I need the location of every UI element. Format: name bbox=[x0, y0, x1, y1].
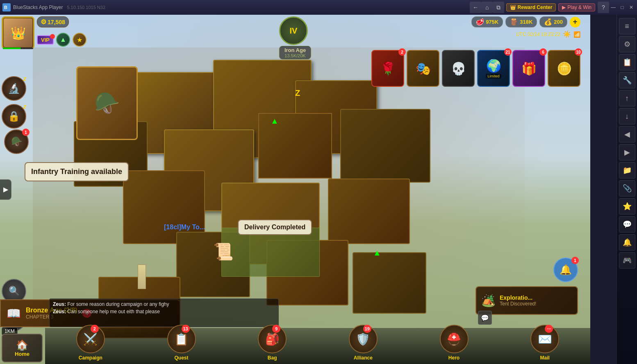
add-resource-button[interactable]: + bbox=[570, 17, 580, 27]
nav-alliance[interactable]: 🛡️ Alliance 19 bbox=[318, 325, 409, 362]
minimize-button[interactable]: — bbox=[609, 3, 617, 11]
town-name-label[interactable]: [18cl]My To... bbox=[164, 224, 205, 231]
utc-time-text: UTC 02/14 18:23:22 bbox=[516, 32, 560, 37]
level-bar bbox=[3, 47, 33, 49]
collectible-gift[interactable]: 🎁 6 bbox=[512, 50, 545, 87]
home-button[interactable]: 🏠 Home bbox=[2, 334, 43, 362]
age-emblem[interactable]: IV bbox=[279, 16, 308, 45]
collectible-coins[interactable]: 🪙 10 bbox=[548, 50, 580, 87]
app-title: BlueStacks App Player 5.10.150.1015 N32 bbox=[13, 5, 470, 10]
rp-button-6[interactable]: ↓ bbox=[619, 108, 635, 124]
scroll-message-icon[interactable]: 📜 bbox=[213, 242, 234, 261]
player-avatar[interactable]: 👑 bbox=[2, 16, 34, 49]
expand-sidebar-button[interactable]: ▶ bbox=[0, 179, 11, 200]
alliance-badge: 19 bbox=[363, 325, 371, 333]
resource-value: 17,508 bbox=[48, 19, 65, 25]
gold-resource[interactable]: 💰 200 bbox=[539, 16, 567, 27]
lock-button[interactable]: 🔒 z bbox=[2, 104, 26, 129]
nav-hero[interactable]: ⛑️ Hero bbox=[409, 325, 500, 362]
rp-button-11[interactable]: ⭐ bbox=[619, 198, 635, 215]
play-win-button[interactable]: ▶ Play & Win bbox=[558, 3, 595, 11]
window-controls: — □ ✕ bbox=[609, 3, 635, 11]
building-13[interactable] bbox=[353, 252, 426, 314]
vip-badge[interactable]: VIP bbox=[37, 35, 54, 45]
research-button[interactable]: 🔬 z bbox=[2, 76, 26, 101]
quest-label: Quest bbox=[175, 355, 189, 361]
sun-icon: ☀️ bbox=[563, 30, 571, 38]
collectible-mask[interactable]: 🎭 bbox=[407, 50, 439, 87]
boost-up-button[interactable]: ▲ bbox=[56, 33, 70, 47]
back-button[interactable]: ← bbox=[470, 2, 481, 13]
exploration-text: Exploratio... Tent Discovered! bbox=[500, 294, 536, 307]
rp-button-3[interactable]: 📋 bbox=[619, 54, 635, 70]
app-icon: B bbox=[2, 3, 11, 11]
collectible-globe[interactable]: 🌍 21 Limited bbox=[477, 50, 510, 87]
farm-area[interactable] bbox=[221, 228, 320, 277]
wood-icon: 🪵 bbox=[510, 18, 518, 26]
quest-badge: 13 bbox=[182, 325, 190, 333]
resource-icon: ⚙ bbox=[41, 18, 46, 26]
close-button[interactable]: ✕ bbox=[627, 3, 635, 11]
rp-button-12[interactable]: 💬 bbox=[619, 216, 635, 233]
chat-area[interactable]: Zeus: For some reason during campaign or… bbox=[49, 298, 279, 327]
rp-button-13[interactable]: 🔔 bbox=[619, 234, 635, 251]
rp-button-1[interactable]: ≡ bbox=[619, 18, 635, 34]
wood-resource[interactable]: 🪵 318K bbox=[505, 16, 537, 27]
svg-text:B: B bbox=[4, 5, 7, 10]
building-6[interactable] bbox=[258, 113, 332, 179]
nav-quest[interactable]: 📋 Quest 13 bbox=[136, 325, 227, 362]
mail-badge: ··· bbox=[545, 325, 553, 333]
obelisk bbox=[138, 265, 146, 289]
mail-label: Mail bbox=[540, 355, 550, 361]
nav-bag[interactable]: 🎒 Bag 9 bbox=[227, 325, 318, 362]
rp-button-14[interactable]: 🎮 bbox=[619, 252, 635, 269]
rp-button-10[interactable]: 📎 bbox=[619, 180, 635, 197]
nav-mail[interactable]: ✉️ Mail ··· bbox=[499, 325, 590, 362]
collectible-roses[interactable]: 🌹 2 bbox=[371, 50, 404, 87]
hero-label: Hero bbox=[448, 355, 460, 361]
troops-button[interactable]: 🪖 1 bbox=[4, 129, 29, 154]
rp-button-4[interactable]: 🔧 bbox=[619, 72, 635, 88]
collectible-roses-badge: 2 bbox=[398, 48, 406, 56]
infantry-training-text: Infantry Training available bbox=[31, 167, 122, 176]
exploration-title: Exploratio... bbox=[500, 294, 536, 301]
bottom-navigation: ⚔️ Campaign 2 📋 Quest 13 🎒 Bag 9 🛡️ Alli… bbox=[45, 328, 590, 364]
meat-value: 975K bbox=[486, 19, 498, 25]
right-panel: ≡ ⚙ 📋 🔧 ↑ ↓ ◀ ▶ 📁 📎 ⭐ 💬 🔔 🎮 bbox=[617, 15, 637, 364]
collectible-skull[interactable]: 💀 bbox=[442, 50, 475, 87]
rp-button-7[interactable]: ◀ bbox=[619, 126, 635, 142]
delivery-completed-badge[interactable]: Delivery Completed bbox=[238, 219, 312, 235]
left-icon-buttons: 🔬 z 🔒 z bbox=[2, 76, 26, 129]
chat-line-2: Zeus: Can someone help me out eith that … bbox=[53, 308, 275, 315]
reward-center-button[interactable]: 👑 Reward Center bbox=[506, 3, 556, 11]
meat-icon: 🥩 bbox=[476, 18, 484, 26]
campaign-badge: 2 bbox=[91, 325, 99, 333]
meat-resource[interactable]: 🥩 975K bbox=[471, 16, 503, 27]
gold-icon: 💰 bbox=[544, 18, 552, 26]
help-button[interactable]: ? bbox=[598, 2, 609, 13]
chat-expand-button[interactable]: 💬 bbox=[478, 311, 492, 325]
home-nav-button[interactable]: ⌂ bbox=[481, 2, 493, 13]
gold-arrow: Z bbox=[295, 88, 300, 98]
home-icon: 🏠 bbox=[16, 339, 28, 351]
bag-badge: 9 bbox=[272, 325, 280, 333]
collectible-gift-badge: 6 bbox=[539, 48, 547, 56]
exploration-subtitle: Tent Discovered! bbox=[500, 301, 536, 307]
character-portrait-card[interactable]: 🪖 bbox=[76, 66, 138, 140]
maximize-button[interactable]: □ bbox=[618, 3, 626, 11]
primary-resource[interactable]: ⚙ 17,508 bbox=[37, 16, 69, 27]
rp-button-9[interactable]: 📁 bbox=[619, 162, 635, 179]
window-button[interactable]: ⧉ bbox=[493, 2, 504, 13]
nav-campaign[interactable]: ⚔️ Campaign 2 bbox=[45, 325, 136, 362]
rp-button-2[interactable]: ⚙ bbox=[619, 36, 635, 52]
star-button[interactable]: ★ bbox=[73, 33, 86, 47]
rp-button-5[interactable]: ↑ bbox=[619, 90, 635, 106]
home-label: Home bbox=[15, 351, 30, 357]
rp-button-8[interactable]: ▶ bbox=[619, 144, 635, 161]
building-10[interactable] bbox=[328, 179, 410, 244]
avatar-image: 👑 bbox=[4, 18, 32, 47]
hero-icon-container: ⛑️ bbox=[440, 325, 469, 353]
building-7[interactable] bbox=[340, 109, 430, 183]
notification-bell[interactable]: 🔔 1 bbox=[553, 258, 578, 282]
infantry-training-tooltip[interactable]: Infantry Training available bbox=[25, 162, 129, 181]
